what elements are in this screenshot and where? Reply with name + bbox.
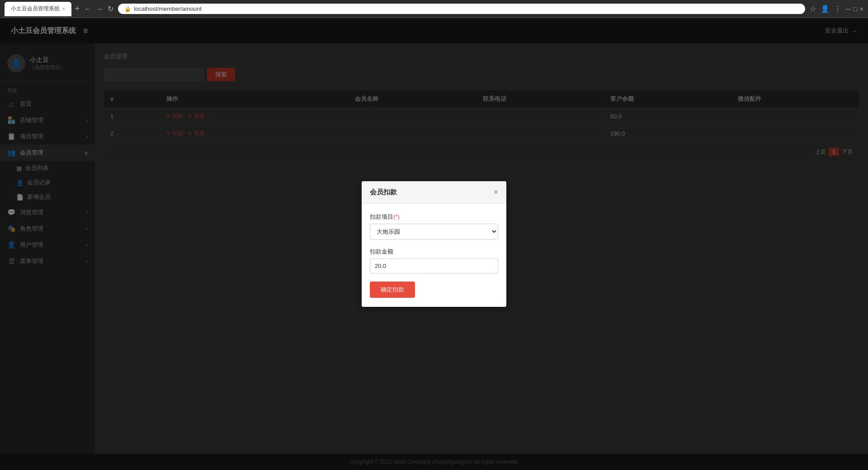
project-group: 扣款项目(*) 大炮乐园 [370,213,498,240]
win-maximize-btn[interactable]: □ [853,5,857,13]
browser-controls: ← → ↻ [84,5,113,13]
lock-icon: 🔒 [124,6,131,12]
win-minimize-btn[interactable]: ─ [846,5,850,13]
reload-btn[interactable]: ↻ [108,5,113,13]
modal-body: 扣款项目(*) 大炮乐园 扣款金额 确定扣款 [362,204,506,307]
forward-btn[interactable]: → [96,5,103,13]
win-close-btn[interactable]: × [860,5,863,13]
confirm-deduct-btn[interactable]: 确定扣款 [370,282,415,298]
browser-actions: ☆ 👤 ⋮ [810,5,841,13]
tab-close-btn[interactable]: × [62,6,65,11]
window-controls: ─ □ × [846,5,863,13]
modal-overlay: 会员扣款 × 扣款项目(*) 大炮乐园 扣款金额 确定扣款 [0,18,868,470]
modal-title: 会员扣款 [370,188,397,197]
tab-title: 小土豆会员管理系统 [11,5,60,13]
required-mark: (*) [393,213,400,220]
profile-btn[interactable]: 👤 [821,5,830,13]
amount-group: 扣款金额 [370,248,498,273]
back-btn[interactable]: ← [84,5,91,13]
address-text: localhost/member/amount [134,5,202,12]
project-select[interactable]: 大炮乐园 [370,224,498,240]
new-tab-btn[interactable]: + [75,4,80,14]
browser-chrome: 小土豆会员管理系统 × + ← → ↻ 🔒 localhost/member/a… [0,0,868,18]
modal-dialog: 会员扣款 × 扣款项目(*) 大炮乐园 扣款金额 确定扣款 [362,181,506,307]
modal-header: 会员扣款 × [362,181,506,204]
amount-label: 扣款金额 [370,248,498,256]
bookmark-btn[interactable]: ☆ [810,5,816,13]
modal-close-btn[interactable]: × [493,188,498,197]
amount-input[interactable] [370,258,498,273]
address-bar[interactable]: 🔒 localhost/member/amount [118,4,805,14]
project-label: 扣款项目(*) [370,213,498,221]
tab-bar: 小土豆会员管理系统 × + [5,2,80,16]
active-tab[interactable]: 小土豆会员管理系统 × [5,2,71,16]
more-btn[interactable]: ⋮ [834,5,841,13]
